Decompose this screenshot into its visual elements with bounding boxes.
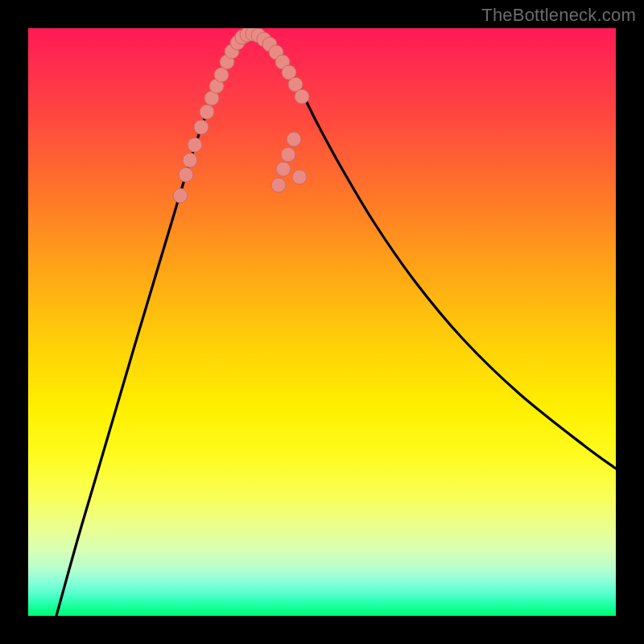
curve-svg bbox=[28, 28, 616, 616]
highlight-dot bbox=[271, 178, 286, 192]
highlight-dot bbox=[295, 89, 309, 104]
highlight-dot bbox=[183, 153, 197, 167]
highlight-dot bbox=[276, 162, 291, 176]
highlight-dot bbox=[173, 188, 188, 203]
watermark-text: TheBottleneck.com bbox=[481, 5, 636, 26]
highlight-dot bbox=[292, 170, 307, 184]
highlight-dot bbox=[194, 120, 208, 134]
highlight-dot bbox=[214, 68, 229, 82]
plot-area bbox=[28, 28, 616, 616]
highlight-dot bbox=[179, 167, 193, 182]
highlight-dot bbox=[188, 138, 202, 152]
highlight-dot bbox=[287, 132, 301, 147]
chart-frame: TheBottleneck.com bbox=[0, 0, 644, 644]
highlight-dot bbox=[200, 105, 214, 119]
highlight-dot bbox=[281, 147, 295, 162]
highlight-dots bbox=[173, 28, 309, 203]
bottleneck-curve bbox=[56, 33, 616, 616]
